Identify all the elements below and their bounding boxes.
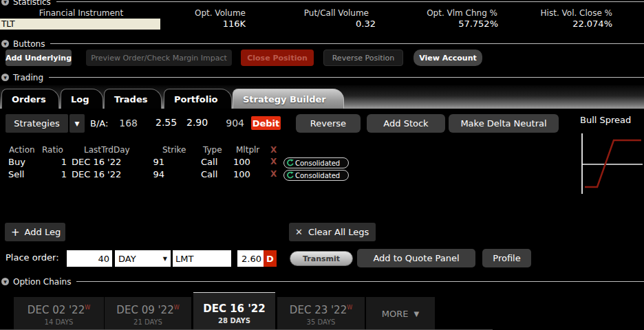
bid-size-value: 168 [109, 118, 138, 129]
exchange-selector[interactable]: Consolidated [283, 157, 349, 168]
leg-strike[interactable]: 91 [136, 157, 164, 167]
tab-strategy-builder[interactable]: Strategy Builder [233, 89, 344, 109]
expiry-date: DEC 09 '22 [116, 304, 173, 316]
collapse-option-chains-icon[interactable]: ▼ [1, 278, 9, 285]
preview-order-button[interactable]: Preview Order/Check Margin Impact [86, 50, 232, 66]
reverse-position-button[interactable]: Reverse Position [323, 50, 403, 66]
expiry-tab-dec09[interactable]: DEC 09 '22W 21 DAYS [105, 297, 191, 330]
days-to-expiry: 21 DAYS [105, 318, 191, 326]
bid-ask-label: B/A: [90, 118, 108, 129]
leg-action[interactable]: Buy [8, 157, 25, 167]
leg-ratio[interactable]: 1 [40, 169, 67, 179]
strategies-button[interactable]: Strategies [6, 114, 68, 133]
time-in-force-value: DAY [118, 254, 136, 264]
trading-section-label: Trading [13, 73, 43, 82]
column-header-financial-instrument: Financial Instrument [0, 8, 162, 18]
expiry-tab-dec23[interactable]: DEC 23 '22W 35 DAYS [277, 297, 365, 330]
leg-strike[interactable]: 94 [136, 169, 164, 179]
leg-mltplr[interactable]: 100 [233, 157, 250, 167]
weekly-flag: W [85, 305, 90, 311]
statistics-section-label: Statistics [13, 0, 51, 7]
section-divider [56, 1, 644, 2]
collapse-statistics-icon[interactable]: ▼ [1, 0, 9, 6]
add-underlying-button[interactable]: Add Underlying [6, 50, 72, 66]
strategy-profile-name: Bull Spread [580, 115, 631, 125]
ask-size-value: 904 [215, 118, 244, 129]
clear-all-legs-button[interactable]: ✕ Clear All Legs [289, 223, 376, 241]
order-type-input[interactable] [173, 250, 231, 267]
expiry-tab-dec02[interactable]: DEC 02 '22W 14 DAYS [14, 297, 104, 330]
expiry-date: DEC 23 '22 [290, 304, 347, 316]
strategies-dropdown-icon[interactable]: ▼ [69, 114, 85, 133]
reverse-button[interactable]: Reverse [296, 114, 361, 133]
profile-button[interactable]: Profile [482, 249, 531, 267]
expiry-tab-dec16-selected[interactable]: DEC 16 '22 28 DAYS [193, 292, 275, 330]
time-in-force-select[interactable]: DAY ▼ [115, 250, 171, 267]
buttons-section-header: ▼ Buttons [1, 38, 644, 49]
add-stock-button[interactable]: Add Stock [367, 114, 445, 133]
add-leg-label: Add Leg [25, 227, 61, 237]
remove-leg-button[interactable]: X [270, 169, 277, 179]
opt-vlm-chng-value: 57.752% [385, 19, 498, 29]
option-chains-section-header: ▼ Option Chains [1, 276, 644, 287]
tab-trades[interactable]: Trades [104, 89, 162, 109]
exchange-selector[interactable]: Consolidated [283, 170, 349, 181]
quantity-input[interactable] [67, 250, 112, 267]
chevron-down-icon: ▼ [414, 310, 420, 318]
add-leg-button[interactable]: + Add Leg [5, 223, 65, 241]
buttons-section-label: Buttons [13, 39, 45, 49]
debit-side-badge[interactable]: D [264, 250, 277, 267]
place-order-label: Place order: [6, 252, 59, 263]
tab-log[interactable]: Log [61, 89, 103, 109]
statistics-section-header: ▼ Statistics [1, 0, 644, 7]
section-divider [76, 281, 644, 282]
plus-icon: + [11, 226, 20, 239]
weekly-flag: W [347, 305, 352, 311]
days-to-expiry: 35 DAYS [277, 318, 365, 326]
exchange-label: Consolidated [295, 160, 340, 167]
limit-price-input[interactable] [237, 250, 264, 267]
view-account-button[interactable]: View Account [414, 50, 482, 66]
days-to-expiry: 28 DAYS [193, 317, 275, 324]
clear-all-legs-label: Clear All Legs [308, 227, 369, 237]
option-chains-section-label: Option Chains [13, 277, 71, 287]
opt-volume-value: 116K [155, 19, 246, 29]
leg-mltplr[interactable]: 100 [233, 169, 250, 179]
close-icon: ✕ [295, 227, 303, 237]
column-header-hist-vol-close: Hist. Vol. Close % [500, 8, 612, 18]
more-expiries-button[interactable]: MORE ▼ [366, 297, 435, 330]
bid-price-value[interactable]: 2.55 [155, 117, 177, 128]
remove-leg-button[interactable]: X [270, 157, 277, 166]
days-to-expiry: 14 DAYS [14, 318, 104, 326]
close-position-button[interactable]: Close Position [241, 50, 314, 66]
tab-portfolio[interactable]: Portfolio [164, 89, 232, 109]
debit-badge[interactable]: Debit [251, 116, 281, 130]
leg-header-action: Action [9, 145, 35, 155]
expiry-date: DEC 02 '22 [28, 304, 85, 316]
column-header-opt-volume: Opt. Volume [155, 8, 246, 18]
transmit-button[interactable]: Transmit [290, 251, 353, 266]
leg-action[interactable]: Sell [8, 169, 24, 179]
leg-header-strike: Strike [162, 145, 186, 155]
leg-type[interactable]: Call [201, 157, 217, 167]
refresh-icon [286, 171, 294, 179]
leg-lasttrdday[interactable]: DEC 16 '22 [72, 157, 121, 167]
add-to-quote-panel-button[interactable]: Add to Quote Panel [357, 249, 475, 267]
instrument-cell[interactable]: TLT [0, 19, 160, 30]
collapse-trading-icon[interactable]: ▼ [1, 74, 9, 81]
section-divider [50, 43, 644, 44]
trading-tab-bar: Orders Log Trades Portfolio Strategy Bui… [0, 85, 644, 109]
more-label: MORE [382, 309, 409, 319]
weekly-flag: W [174, 305, 180, 311]
leg-type[interactable]: Call [201, 169, 217, 179]
put-call-volume-value: 0.32 [268, 19, 376, 29]
trading-section-header: ▼ Trading [1, 72, 644, 82]
leg-header-type: Type [203, 145, 222, 155]
collapse-buttons-icon[interactable]: ▼ [1, 40, 9, 47]
make-delta-neutral-button[interactable]: Make Delta Neutral [449, 114, 559, 133]
leg-ratio[interactable]: 1 [40, 157, 67, 167]
ask-price-value[interactable]: 2.90 [186, 117, 208, 128]
tab-orders[interactable]: Orders [1, 89, 59, 109]
leg-header-remove: X [270, 145, 277, 155]
leg-lasttrdday[interactable]: DEC 16 '22 [72, 169, 121, 179]
